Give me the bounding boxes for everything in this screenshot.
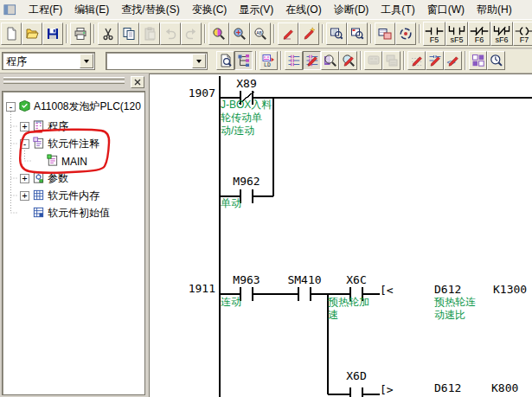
- redo-button: [181, 22, 202, 45]
- program-type-combobox[interactable]: 程序: [2, 52, 95, 70]
- open-contact-icon: [424, 26, 445, 36]
- menu-item-tools[interactable]: 工具(T): [375, 1, 420, 18]
- program-check-button[interactable]: [216, 51, 234, 70]
- tree-item-parameter[interactable]: +参数: [20, 170, 68, 187]
- tree-item-label: 软元件初始值: [48, 206, 110, 221]
- tree-item-program[interactable]: +程序: [20, 118, 68, 135]
- device-combobox[interactable]: [106, 52, 208, 70]
- collapse-icon[interactable]: -: [20, 139, 29, 149]
- expand-icon[interactable]: +: [20, 122, 29, 131]
- toolbar-separator: [322, 24, 324, 43]
- open-contact-button[interactable]: F5: [423, 22, 445, 46]
- menu-item-diagnostics[interactable]: 诊断(D): [328, 1, 375, 18]
- app-window-icon[interactable]: [3, 3, 17, 16]
- menu-item-view[interactable]: 显示(V): [233, 1, 279, 18]
- ladder-block-button[interactable]: [469, 51, 487, 70]
- panel-close-button[interactable]: [131, 76, 144, 88]
- tree-item-device-init-value[interactable]: 软元件初始值: [20, 205, 110, 221]
- menu-item-convert[interactable]: 变换(C): [186, 1, 234, 18]
- expand-icon[interactable]: +: [20, 191, 29, 201]
- monitor-write-window-button[interactable]: [347, 22, 368, 45]
- ladder-list-toggle-button[interactable]: LD: [260, 51, 278, 70]
- redo-arrow-icon: [184, 27, 198, 41]
- clock-magnifier-icon: [490, 54, 503, 67]
- toolbar-separator: [93, 24, 95, 43]
- comment-icon: [32, 137, 45, 152]
- read-mode-button[interactable]: [285, 51, 303, 70]
- device-comment-edit-button[interactable]: [407, 51, 426, 70]
- collapse-icon[interactable]: -: [6, 102, 16, 112]
- toolbar-separator: [255, 51, 257, 70]
- save-project-button[interactable]: [42, 22, 63, 45]
- contact-device-m962: M962: [228, 175, 266, 188]
- ladder-editor[interactable]: 1907 X89 J-BOX入料 轮传动单 动/连动 M962 单动 1911 …: [149, 74, 532, 397]
- monitor-mode-button[interactable]: [321, 51, 339, 70]
- ladder-rows-icon: [287, 54, 301, 67]
- parallel-closed-contact-button[interactable]: sF6: [490, 22, 513, 46]
- find-instruction-button[interactable]: [229, 22, 250, 45]
- monitor-window-button[interactable]: [326, 22, 347, 45]
- menu-item-edit[interactable]: 编辑(E): [68, 1, 115, 18]
- program-trace-button[interactable]: [395, 22, 416, 45]
- mdi-child-icon: [3, 3, 17, 16]
- statement-edit-button[interactable]: [426, 51, 444, 70]
- window-split-icon: [378, 27, 392, 41]
- compare-constant-k800: K800: [491, 381, 518, 394]
- parallel-closed-icon: [491, 26, 512, 36]
- program-icon: [32, 119, 45, 135]
- gx-developer-window: 工程(F)编辑(E)查找/替换(S)变换(C)显示(V)在线(O)诊断(D)工具…: [0, 0, 532, 397]
- cut-button[interactable]: [98, 22, 119, 45]
- parallel-open-contact-button[interactable]: sF5: [445, 22, 468, 46]
- coil-button[interactable]: F7: [513, 22, 532, 46]
- find-device-button[interactable]: [208, 22, 229, 45]
- closed-contact-button[interactable]: F6: [468, 22, 490, 46]
- pencil-star-icon: [302, 27, 316, 41]
- menu-item-find-replace[interactable]: 查找/替换(S): [115, 1, 185, 18]
- menu-item-window[interactable]: 窗口(W): [421, 1, 471, 18]
- copy-button[interactable]: [119, 22, 139, 45]
- monitor-write-mode-button[interactable]: [339, 51, 357, 70]
- magnifier-pencil-icon: [342, 54, 356, 67]
- project-root-icon-icon: [18, 99, 31, 112]
- undo-button: [160, 22, 181, 45]
- tree-item-device-comment-main[interactable]: MAIN: [46, 153, 87, 170]
- print-button[interactable]: [70, 22, 91, 45]
- menu-items: 工程(F)编辑(E)查找/替换(S)变换(C)显示(V)在线(O)诊断(D)工具…: [22, 3, 518, 17]
- toolbar-separator: [273, 24, 275, 43]
- tree-item-project-root[interactable]: -A11008发泡炉PLC(120: [6, 99, 141, 115]
- init-icon: [32, 206, 45, 221]
- combobox-dropdown-button[interactable]: [192, 54, 206, 68]
- expand-icon[interactable]: +: [20, 174, 29, 183]
- window-arrange-button[interactable]: [375, 22, 395, 45]
- function-key-label: F6: [475, 36, 484, 44]
- device-comment-m963: 连动: [221, 296, 272, 309]
- compare-operator-greater: [>: [380, 383, 394, 396]
- device-comment-x6c: 预热轮加 速: [328, 296, 381, 322]
- toolbar-separator: [465, 51, 466, 70]
- ladder-rows-pencil-icon: [305, 54, 319, 67]
- menu-item-help[interactable]: 帮助(H): [471, 1, 518, 18]
- toolbar-separator: [66, 24, 67, 43]
- note-edit-button[interactable]: <>: [444, 51, 462, 70]
- tree-item-device-comment[interactable]: -软元件注释: [20, 136, 99, 152]
- main-toolbar: ABF5sF5F6sF6F7F8: [0, 20, 532, 48]
- device-comment-m962: 单动: [221, 197, 272, 210]
- new-project-button[interactable]: [1, 22, 22, 45]
- device-batch-edit-button[interactable]: [298, 22, 319, 45]
- undo-arrow-icon: [163, 27, 177, 41]
- menu-item-project[interactable]: 工程(F): [22, 1, 68, 18]
- scan-time-button[interactable]: [487, 51, 505, 70]
- device-test-button[interactable]: [278, 22, 298, 45]
- panel-gripper[interactable]: [3, 81, 125, 84]
- panel-gripper[interactable]: [3, 77, 125, 80]
- tree-item-device-memory[interactable]: +软元件内存: [20, 188, 99, 204]
- project-data-list-button[interactable]: [234, 51, 253, 70]
- menu-item-online[interactable]: 在线(O): [279, 1, 327, 18]
- remote-stop-button: [382, 51, 401, 70]
- write-mode-button[interactable]: [303, 51, 321, 70]
- combobox-dropdown-button[interactable]: [80, 54, 93, 68]
- ladder-list-icon: LD: [262, 54, 276, 67]
- open-project-button[interactable]: [22, 22, 42, 45]
- pencil-note-icon: <>: [446, 54, 460, 67]
- find-string-button[interactable]: AB: [250, 22, 271, 45]
